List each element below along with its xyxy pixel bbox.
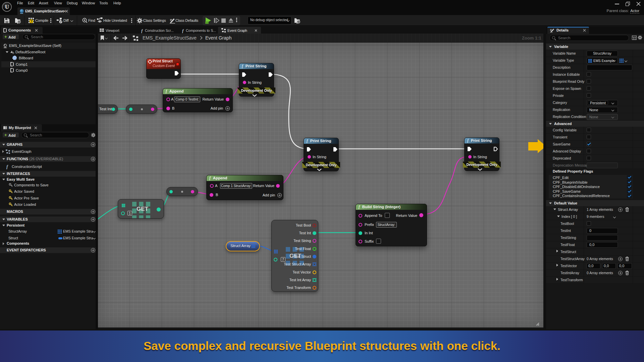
svg-text:✎: ✎	[12, 52, 14, 54]
svg-text:?: ?	[30, 19, 32, 23]
